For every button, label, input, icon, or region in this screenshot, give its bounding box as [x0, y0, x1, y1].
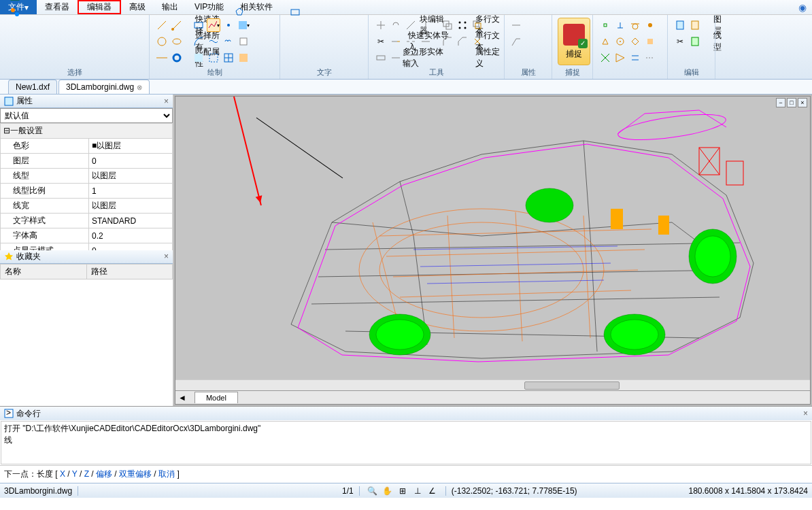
- opt-x[interactable]: X: [60, 469, 65, 479]
- fav-col-name[interactable]: 名称: [1, 264, 87, 279]
- paste-clipboard[interactable]: [688, 18, 702, 32]
- svg-point-30: [459, 27, 461, 29]
- svg-point-3: [15, 12, 19, 16]
- point-tool[interactable]: [222, 18, 235, 32]
- insert-tool[interactable]: [237, 51, 250, 65]
- cut-clipboard[interactable]: ✂: [673, 35, 687, 48]
- extend-tool[interactable]: [389, 35, 403, 48]
- snap-center[interactable]: [613, 35, 627, 48]
- array-tool[interactable]: [456, 18, 469, 32]
- grid-toggle[interactable]: ⊞: [396, 485, 409, 497]
- hatch-tool[interactable]: ▾: [237, 18, 250, 32]
- svg-point-31: [464, 27, 467, 29]
- snap-node[interactable]: [643, 18, 657, 32]
- table-tool[interactable]: [222, 51, 235, 65]
- command-prompt[interactable]: 下一点：长度 [ X / Y / Z / 偏移 / 双重偏移 / 取消 ]: [0, 465, 812, 483]
- wipeout-tool[interactable]: [237, 35, 250, 48]
- rect-tool[interactable]: [192, 18, 205, 32]
- snap-nearest[interactable]: [613, 51, 627, 65]
- ribbon-group-select: 快速选择 块编辑器 选择所有 快速实体导入 匹配属性 多边形实体输入 选择: [0, 15, 150, 79]
- align-tool[interactable]: [404, 51, 418, 65]
- copy-tool[interactable]: [441, 18, 454, 32]
- ortho-toggle[interactable]: ⊥: [411, 485, 424, 497]
- opt-z[interactable]: Z: [84, 469, 89, 479]
- prop-row-lweight[interactable]: 线宽以图层: [1, 199, 173, 214]
- section-general[interactable]: ⊟一般设置: [1, 124, 173, 139]
- panel-close-icon[interactable]: ×: [164, 252, 169, 261]
- stretch-tool[interactable]: [374, 51, 388, 65]
- snap-tangent[interactable]: [628, 18, 642, 32]
- snap-quadrant[interactable]: [628, 35, 642, 48]
- prop-row-ltscale[interactable]: 线型比例1: [1, 184, 173, 199]
- snap-insert[interactable]: [643, 35, 657, 48]
- xline-tool[interactable]: [155, 51, 169, 65]
- snap-perpendicular[interactable]: [613, 18, 627, 32]
- chamfer-tool[interactable]: [456, 35, 469, 48]
- snap-endpoint[interactable]: [598, 18, 612, 32]
- horizontal-scrollbar[interactable]: [175, 379, 810, 390]
- boundary-tool[interactable]: [207, 51, 220, 65]
- ray-tool[interactable]: [170, 18, 184, 32]
- region-tool[interactable]: [192, 51, 205, 65]
- move-tool[interactable]: [374, 18, 388, 32]
- svg-point-61: [359, 209, 604, 331]
- model-wireframe: [209, 100, 812, 379]
- prop-row-linetype[interactable]: 线型以图层: [1, 169, 173, 184]
- snap-midpoint[interactable]: [598, 35, 612, 48]
- fav-col-path[interactable]: 路径: [86, 264, 173, 279]
- polar-toggle[interactable]: ∠: [426, 485, 439, 497]
- paste-special[interactable]: [688, 35, 702, 48]
- svg-rect-50: [647, 39, 653, 44]
- scale-tool[interactable]: [404, 18, 418, 32]
- join-tool[interactable]: [419, 35, 433, 48]
- props-object-dropdown[interactable]: 默认值: [0, 108, 173, 123]
- snap-extension[interactable]: [643, 51, 657, 65]
- snap-parallel[interactable]: [628, 51, 642, 65]
- tab-nav-prev[interactable]: ◄: [175, 393, 189, 403]
- command-history[interactable]: 打开 "D:\工作软件\XunjieCADEditor\CADEditorOcx…: [1, 421, 811, 464]
- circle-tool[interactable]: [155, 35, 169, 48]
- prop-row-layer[interactable]: 图层0: [1, 154, 173, 169]
- svg-point-11: [173, 39, 181, 44]
- menu-vip[interactable]: VIP功能: [186, 0, 232, 14]
- opt-cancel[interactable]: 取消: [158, 469, 175, 479]
- zoom-icon[interactable]: 🔍: [367, 485, 379, 497]
- opt-y[interactable]: Y: [72, 469, 78, 479]
- model-space-tab[interactable]: Model: [194, 392, 238, 403]
- viewport[interactable]: − □ ×: [173, 95, 812, 406]
- revcloud-tool[interactable]: [222, 35, 235, 48]
- svg-line-5: [173, 21, 181, 29]
- opt-offset[interactable]: 偏移: [96, 469, 112, 479]
- pan-icon[interactable]: ✋: [382, 485, 394, 497]
- ellipse-tool[interactable]: [170, 35, 184, 48]
- svg-rect-24: [291, 10, 299, 15]
- prop-row-textheight[interactable]: 字体高0.2: [1, 228, 173, 243]
- help-icon[interactable]: ◉: [798, 2, 807, 13]
- spline-tool[interactable]: [207, 35, 220, 48]
- group-label-edit: 编辑: [668, 67, 715, 78]
- lengthen-tool[interactable]: [389, 51, 403, 65]
- panel-close-icon[interactable]: ×: [803, 409, 808, 418]
- arc-tool[interactable]: [192, 35, 205, 48]
- offset-tool[interactable]: [471, 18, 484, 32]
- svg-rect-39: [377, 56, 385, 60]
- copy-clipboard[interactable]: [673, 18, 687, 32]
- donut-tool[interactable]: [170, 51, 184, 65]
- line-tool[interactable]: [155, 18, 169, 32]
- explode-tool[interactable]: [471, 35, 484, 48]
- rotate-tool[interactable]: [389, 18, 403, 32]
- svg-rect-68: [658, 216, 669, 235]
- snap-intersection[interactable]: [598, 51, 612, 65]
- ribbon-group-text: A多行文本 A单行文本 属性定义 文字: [280, 15, 369, 79]
- fillet-tool[interactable]: [441, 35, 454, 48]
- polyline-tool[interactable]: ▾: [207, 18, 220, 32]
- snap-button[interactable]: 捕捉: [558, 18, 590, 65]
- svg-point-45: [632, 24, 638, 29]
- break-tool[interactable]: [404, 35, 418, 48]
- trim-tool[interactable]: ✂: [374, 35, 388, 48]
- opt-double-offset[interactable]: 双重偏移: [119, 469, 152, 479]
- mirror-tool[interactable]: [419, 18, 433, 32]
- prop-row-color[interactable]: 色彩■以图层: [1, 139, 173, 154]
- prop-row-pointdisplay[interactable]: 点显示模式0: [1, 243, 173, 250]
- prop-row-textstyle[interactable]: 文字样式STANDARD: [1, 214, 173, 228]
